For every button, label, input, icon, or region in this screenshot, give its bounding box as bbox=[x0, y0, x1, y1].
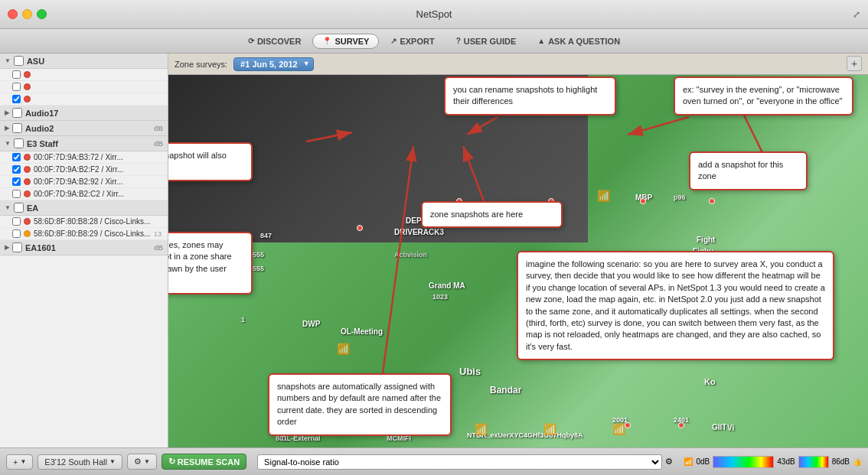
app-title: NetSpot bbox=[416, 8, 452, 20]
sidebar-group-asu[interactable]: ▼ ASU bbox=[0, 54, 168, 69]
zone-snapshots-tooltip: zone snapshots are here bbox=[421, 201, 563, 228]
settings-button[interactable]: ⚙ ▼ bbox=[127, 454, 157, 470]
wifi-icon: 📶 bbox=[612, 423, 625, 435]
item-checkbox[interactable] bbox=[12, 165, 21, 174]
add-icon: + bbox=[13, 457, 18, 467]
item-checkbox[interactable] bbox=[12, 153, 21, 161]
snapshot-dropdown[interactable]: #1 Jun 5, 2012 ▼ bbox=[233, 57, 314, 71]
snapshots-auto-text: snapshots are automatically assigned wit… bbox=[277, 382, 441, 426]
signal-dot bbox=[24, 178, 31, 185]
signal-dot bbox=[24, 190, 31, 197]
add-snapshot-tooltip: add a snapshot for this zone bbox=[689, 151, 808, 190]
content-area: Zone surveys: #1 Jun 5, 2012 ▼ + 1220 13… bbox=[168, 54, 868, 447]
svg-line-2 bbox=[628, 117, 689, 135]
map-label: Grand MA bbox=[429, 281, 465, 290]
audio2-checkbox[interactable] bbox=[12, 123, 22, 133]
sidebar-group-ea1601[interactable]: ▶ EA1601 dB bbox=[0, 240, 168, 255]
audio17-expand-arrow: ▶ bbox=[5, 109, 9, 116]
traffic-lights bbox=[8, 9, 47, 19]
minimize-button[interactable] bbox=[22, 9, 32, 19]
resume-scan-button[interactable]: ↻ RESUME SCAN bbox=[162, 454, 246, 470]
tab-askquestion[interactable]: ▲ ASK A QUESTION bbox=[527, 34, 630, 49]
signal-dot bbox=[24, 96, 31, 102]
item-checkbox[interactable] bbox=[12, 177, 21, 186]
asu-expand-arrow: ▼ bbox=[5, 57, 11, 64]
ea1601-expand-arrow: ▶ bbox=[5, 244, 9, 251]
userguide-icon: ? bbox=[456, 37, 461, 45]
item-label: 00:0F:7D:9A:B2:92 / Xirr... bbox=[34, 177, 162, 186]
list-item bbox=[0, 81, 168, 93]
add-snapshot-button[interactable]: + bbox=[847, 56, 862, 71]
tab-userguide[interactable]: ? USER GUIDE bbox=[446, 34, 527, 49]
asu-checkbox[interactable] bbox=[14, 56, 24, 66]
item-checkbox[interactable] bbox=[12, 83, 21, 91]
list-item bbox=[0, 93, 168, 106]
list-item bbox=[0, 69, 168, 81]
rename-tooltip-text: you can rename snapshots to highlight th… bbox=[453, 85, 597, 106]
map-label: 1 bbox=[241, 316, 245, 324]
tab-discover[interactable]: ⟳ DISCOVER bbox=[238, 34, 311, 49]
expand-icon[interactable]: ⤢ bbox=[853, 9, 860, 20]
ea-checkbox[interactable] bbox=[14, 203, 24, 213]
audio17-checkbox[interactable] bbox=[12, 108, 22, 118]
item-checkbox[interactable] bbox=[12, 190, 21, 198]
example-tooltip: ex: "survey in the evening", or "microwa… bbox=[674, 76, 853, 115]
map-label: DWP bbox=[302, 320, 320, 328]
maximize-button[interactable] bbox=[37, 9, 47, 19]
ea-label: EA bbox=[27, 203, 38, 213]
item-checkbox[interactable] bbox=[12, 70, 21, 79]
ea1601-label: EA1601 bbox=[25, 243, 56, 252]
sidebar-group-e3staff[interactable]: ▼ E3 Staff dB bbox=[0, 136, 168, 151]
settings-arrow: ▼ bbox=[144, 458, 150, 465]
map-label: Ko bbox=[704, 377, 716, 386]
list-item: 00:0F:7D:9A:B3:72 / Xirr... bbox=[0, 151, 168, 164]
close-button[interactable] bbox=[8, 9, 18, 19]
list-item: 58:6D:8F:80:B8:29 / Cisco-Links... 13 bbox=[0, 228, 168, 240]
signal-dot bbox=[24, 83, 31, 90]
tab-survey-label: SURVEY bbox=[334, 37, 369, 46]
sidebar-group-ea[interactable]: ▼ EA bbox=[0, 200, 168, 216]
sidebar-group-audio17[interactable]: ▶ Audio17 bbox=[0, 106, 168, 121]
wifi-status-icon: 📶 bbox=[684, 457, 693, 466]
tab-export[interactable]: ↗ EXPORT bbox=[380, 34, 444, 49]
add-zone-button[interactable]: + ▼ bbox=[6, 454, 33, 470]
signal-dot bbox=[24, 71, 31, 78]
item-checkbox[interactable] bbox=[12, 217, 21, 226]
map-label: Fight bbox=[697, 236, 715, 244]
dropdown-arrow: ▼ bbox=[303, 60, 310, 67]
clicking-tooltip-text: clicking the arrow near the name of the … bbox=[168, 151, 227, 171]
zone-snapshots-text: zone snapshots are here bbox=[430, 210, 523, 219]
snapshots-auto-tooltip: snapshots are automatically assigned wit… bbox=[268, 373, 452, 436]
map-label: DRIVERACK3 bbox=[394, 228, 444, 236]
signal-settings-icon[interactable]: ⚙ bbox=[665, 457, 673, 467]
example-tooltip-text: ex: "survey in the evening", or "microwa… bbox=[683, 85, 842, 106]
ap-dot bbox=[709, 198, 715, 204]
discover-icon: ⟳ bbox=[248, 37, 254, 45]
wifi-icon: 📶 bbox=[597, 190, 610, 202]
tab-survey[interactable]: 📍 SURVEY bbox=[312, 34, 379, 49]
item-checkbox[interactable] bbox=[12, 229, 21, 238]
zone-name-button[interactable]: E3'12 South Hall ▼ bbox=[38, 454, 122, 470]
item-db: 13 bbox=[154, 230, 162, 238]
tab-discover-label: DISCOVER bbox=[257, 37, 301, 46]
sidebar-group-audio2[interactable]: ▶ Audio2 dB bbox=[0, 121, 168, 136]
legend-gradient-2 bbox=[798, 456, 829, 468]
signal-select[interactable]: Signal-to-noise ratio bbox=[257, 454, 662, 470]
e3staff-db: dB bbox=[154, 140, 163, 148]
map-label: 555 bbox=[253, 251, 264, 259]
e3staff-checkbox[interactable] bbox=[14, 138, 24, 148]
settings-icon: ⚙ bbox=[134, 457, 142, 467]
wifi-icon: 📶 bbox=[337, 343, 350, 355]
ask-icon: ▲ bbox=[537, 37, 545, 45]
item-checkbox[interactable] bbox=[12, 95, 21, 103]
map-label: Activision bbox=[394, 251, 427, 259]
imagine-tooltip-text: imagine the following scenario: so you a… bbox=[526, 259, 825, 351]
zone-dropdown-arrow: ▼ bbox=[109, 458, 116, 465]
item-label: 00:0F:7D:9A:B2:C2 / Xirr... bbox=[34, 190, 162, 198]
ea1601-checkbox[interactable] bbox=[12, 242, 22, 252]
map-label: 1023 bbox=[432, 293, 448, 301]
map-area[interactable]: DEPIC2 DRIVERACK3 Activision Grand MA 10… bbox=[168, 75, 868, 447]
item-label: 58:6D:8F:80:B8:28 / Cisco-Links... bbox=[34, 217, 162, 226]
title-bar: NetSpot ⤢ bbox=[0, 0, 868, 29]
signal-dot bbox=[24, 230, 31, 237]
